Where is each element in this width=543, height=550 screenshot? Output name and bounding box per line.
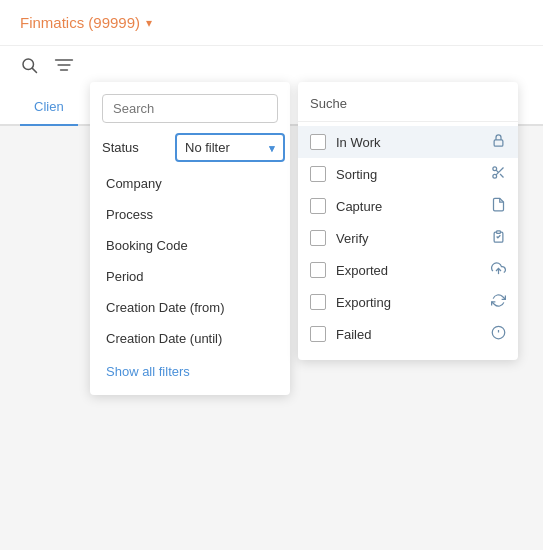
dropdown-search-label: Suche: [298, 92, 518, 122]
svg-line-10: [496, 170, 498, 172]
option-label-exporting: Exporting: [336, 295, 481, 310]
filter-search-input[interactable]: [102, 94, 278, 123]
svg-line-9: [500, 174, 503, 177]
filter-item-company[interactable]: Company: [90, 168, 290, 199]
failed-icon: [491, 325, 506, 343]
option-label-sorting: Sorting: [336, 167, 481, 182]
verify-icon: [491, 229, 506, 247]
dropdown-options-list: In WorkSortingCaptureVerifyExportedExpor…: [298, 126, 518, 350]
svg-point-6: [493, 167, 497, 171]
svg-line-1: [32, 68, 36, 72]
checkbox-capture[interactable]: [310, 198, 326, 214]
status-dropdown-panel: Suche In WorkSortingCaptureVerifyExporte…: [298, 82, 518, 360]
svg-point-7: [493, 174, 497, 178]
dropdown-item-capture[interactable]: Capture: [298, 190, 518, 222]
filter-item-period[interactable]: Period: [90, 261, 290, 292]
status-select-wrapper[interactable]: No filter ▼: [175, 133, 285, 162]
checkbox-verify[interactable]: [310, 230, 326, 246]
app-title: Finmatics (99999): [20, 14, 140, 31]
checkbox-failed[interactable]: [310, 326, 326, 342]
document-icon: [491, 197, 506, 215]
option-label-capture: Capture: [336, 199, 481, 214]
dropdown-item-in-work[interactable]: In Work: [298, 126, 518, 158]
filter-item-creation-date-(until)[interactable]: Creation Date (until): [90, 323, 290, 354]
status-select[interactable]: No filter: [175, 133, 285, 162]
checkbox-in work[interactable]: [310, 134, 326, 150]
checkbox-sorting[interactable]: [310, 166, 326, 182]
chevron-down-icon: ▾: [146, 16, 152, 30]
dropdown-item-verify[interactable]: Verify: [298, 222, 518, 254]
scissors-icon: [491, 165, 506, 183]
dropdown-item-failed[interactable]: Failed: [298, 318, 518, 350]
filter-item-process[interactable]: Process: [90, 199, 290, 230]
filter-item-creation-date-(from)[interactable]: Creation Date (from): [90, 292, 290, 323]
filter-button[interactable]: [54, 56, 74, 79]
svg-rect-5: [494, 140, 503, 146]
status-label: Status: [102, 140, 167, 155]
dropdown-item-exporting[interactable]: Exporting: [298, 286, 518, 318]
option-label-in work: In Work: [336, 135, 481, 150]
option-label-verify: Verify: [336, 231, 481, 246]
checkbox-exporting[interactable]: [310, 294, 326, 310]
search-button[interactable]: [20, 56, 38, 79]
filter-item-booking-code[interactable]: Booking Code: [90, 230, 290, 261]
exporting-icon: [491, 293, 506, 311]
dropdown-item-sorting[interactable]: Sorting: [298, 158, 518, 190]
tab-client[interactable]: Clien: [20, 89, 78, 126]
option-label-exported: Exported: [336, 263, 481, 278]
lock-icon: [491, 133, 506, 151]
svg-rect-11: [497, 231, 501, 234]
exported-icon: [491, 261, 506, 279]
filter-panel: Status No filter ▼ CompanyProcessBooking…: [90, 82, 290, 395]
top-bar: Finmatics (99999) ▾: [0, 0, 543, 45]
status-filter-row: Status No filter ▼: [90, 133, 290, 162]
filter-items-list: CompanyProcessBooking CodePeriodCreation…: [90, 168, 290, 354]
checkbox-exported[interactable]: [310, 262, 326, 278]
option-label-failed: Failed: [336, 327, 481, 342]
dropdown-item-exported[interactable]: Exported: [298, 254, 518, 286]
show-all-filters-link[interactable]: Show all filters: [90, 354, 290, 379]
